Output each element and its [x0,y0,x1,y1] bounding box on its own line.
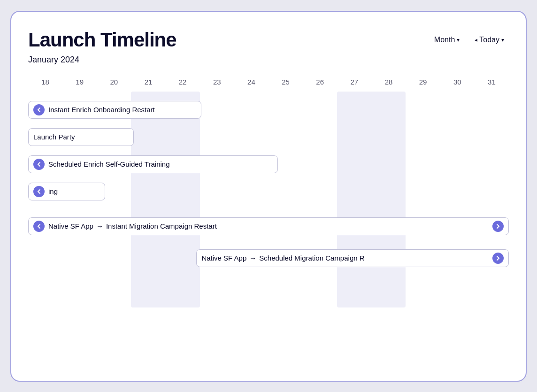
day-20: 20 [97,78,131,86]
arrow-inline-6: → [249,254,256,262]
arrow-left-icon-5 [33,221,45,232]
arrow-left-icon-4 [33,186,45,197]
timeline-body: Instant Enrich Onboarding Restart Launch… [28,92,509,307]
month-chevron-icon: ▾ [457,37,460,43]
event-bar-4[interactable]: ing [28,183,105,200]
days-row: 18 19 20 21 22 23 24 25 26 27 28 29 30 3… [28,78,509,86]
event-bar-6[interactable]: Native SF App → Scheduled Migration Camp… [196,249,509,267]
arrow-right-icon-5 [492,221,504,232]
day-19: 19 [62,78,97,86]
month-view-button[interactable]: Month ▾ [430,33,464,47]
arrow-left-icon-3 [33,159,45,170]
arrow-right-icon-6 [492,253,504,264]
event-row-5: Native SF App → Instant Migration Campai… [28,213,509,240]
today-button[interactable]: ◂ Today ▾ [470,33,509,47]
event-row-4: ing [28,178,509,205]
today-label: Today [479,36,499,44]
event-label-2: Launch Party [33,133,75,141]
today-chevron-left-icon: ◂ [475,37,477,43]
main-card: Launch Timeline Month ▾ ◂ Today ▾ Januar… [10,11,527,382]
event-label-6-left: Native SF App [201,254,246,262]
event-bar-1[interactable]: Instant Enrich Onboarding Restart [28,101,201,119]
event-row-3: Scheduled Enrich Self-Guided Training [28,151,509,178]
today-chevron-right-icon: ▾ [501,37,504,43]
event-label-3: Scheduled Enrich Self-Guided Training [48,160,170,168]
month-subtitle: January 2024 [28,55,509,65]
day-22: 22 [166,78,200,86]
event-row-2: Launch Party [28,123,509,151]
day-31: 31 [475,78,509,86]
event-row-6: Native SF App → Scheduled Migration Camp… [28,245,509,272]
arrow-left-icon-1 [33,104,45,115]
header-row: Launch Timeline Month ▾ ◂ Today ▾ [28,29,509,51]
day-29: 29 [406,78,440,86]
event-bar-3[interactable]: Scheduled Enrich Self-Guided Training [28,155,278,173]
event-label-5-right: Instant Migration Campaign Restart [106,222,217,230]
event-bar-5[interactable]: Native SF App → Instant Migration Campai… [28,217,509,235]
day-24: 24 [234,78,268,86]
controls: Month ▾ ◂ Today ▾ [430,33,509,47]
day-18: 18 [28,78,62,86]
event-label-5-left: Native SF App [48,222,93,230]
event-label-4: ing [48,187,58,195]
event-row-1: Instant Enrich Onboarding Restart [28,96,509,123]
page-title: Launch Timeline [28,29,176,51]
day-26: 26 [303,78,337,86]
event-bar-2[interactable]: Launch Party [28,128,134,146]
day-30: 30 [440,78,475,86]
day-27: 27 [337,78,371,86]
calendar-area: 18 19 20 21 22 23 24 25 26 27 28 29 30 3… [28,78,509,307]
day-21: 21 [131,78,165,86]
day-28: 28 [371,78,406,86]
event-label-1: Instant Enrich Onboarding Restart [48,106,155,114]
arrow-inline-5: → [96,222,103,230]
month-label: Month [434,36,455,44]
event-label-6-right: Scheduled Migration Campaign R [259,254,364,262]
day-23: 23 [200,78,234,86]
day-25: 25 [268,78,303,86]
